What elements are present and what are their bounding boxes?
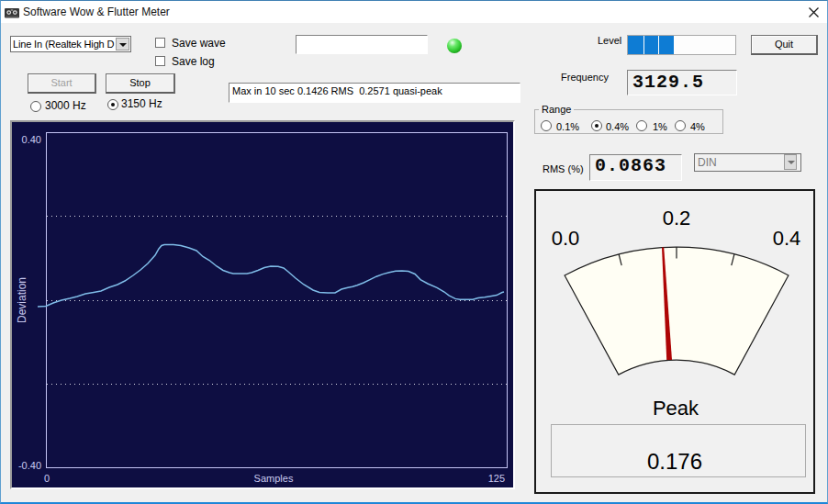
svg-text:125: 125 — [488, 473, 505, 484]
svg-text:0.40: 0.40 — [22, 134, 41, 145]
svg-text:Deviation: Deviation — [16, 277, 28, 323]
svg-text:Samples: Samples — [254, 473, 294, 484]
svg-text:-0.40: -0.40 — [18, 460, 41, 471]
svg-text:0: 0 — [44, 473, 50, 484]
